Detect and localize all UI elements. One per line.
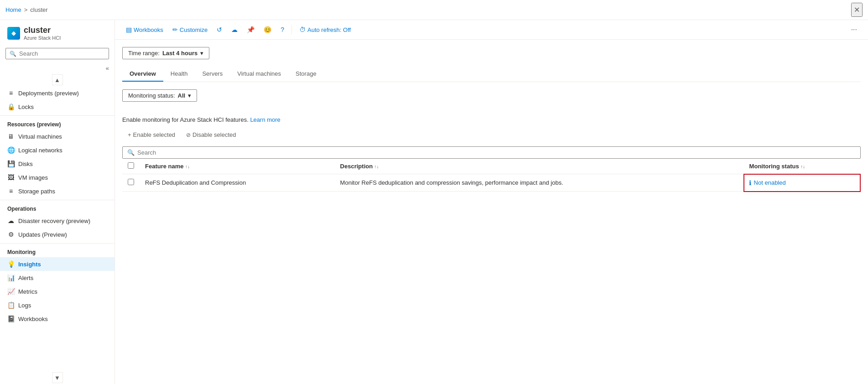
sidebar-item-disks[interactable]: 💾 Disks — [0, 157, 114, 171]
table-search-box: 🔍 — [122, 146, 861, 159]
sidebar-item-logical-networks[interactable]: 🌐 Logical networks — [0, 143, 114, 157]
scroll-up-area: ▲ — [0, 73, 114, 86]
scroll-down-button[interactable]: ▼ — [52, 372, 63, 383]
sidebar-item-label: Deployments (preview) — [18, 90, 79, 97]
select-all-checkbox[interactable] — [128, 162, 134, 169]
sidebar-item-updates[interactable]: ⚙ Updates (Preview) — [0, 228, 114, 241]
tab-storage[interactable]: Storage — [288, 67, 324, 82]
main-layout: ◆ cluster Azure Stack HCI 🔍 « ▲ — [0, 20, 868, 384]
close-button[interactable]: ✕ — [851, 3, 863, 17]
deployments-icon: ≡ — [7, 89, 15, 97]
row-checkbox[interactable] — [128, 179, 134, 185]
sidebar-item-label: Metrics — [18, 288, 37, 295]
tab-overview[interactable]: Overview — [122, 67, 163, 82]
feature-name-sort-icon: ↑↓ — [185, 164, 190, 169]
learn-more-link[interactable]: Learn more — [250, 116, 280, 123]
sidebar-item-label: VM images — [18, 174, 48, 181]
pin-button[interactable]: 📌 — [243, 24, 258, 36]
updates-icon: ⚙ — [7, 231, 15, 238]
feedback-button[interactable]: 😊 — [260, 24, 275, 36]
sidebar-item-alerts[interactable]: 📊 Alerts — [0, 271, 114, 285]
scroll-up-button[interactable]: ▲ — [52, 74, 63, 85]
sidebar-item-storage-paths[interactable]: ≡ Storage paths — [0, 184, 114, 198]
enable-selected-button[interactable]: + Enable selected — [122, 129, 181, 141]
workbooks-icon: 📓 — [7, 315, 15, 322]
sidebar-item-virtual-machines[interactable]: 🖥 Virtual machines — [0, 130, 114, 143]
breadcrumb-home[interactable]: Home — [5, 6, 21, 13]
chevron-down-icon: ▾ — [200, 50, 203, 57]
table-body: ReFS Deduplication and Compression Monit… — [122, 174, 860, 192]
action-bar: + Enable selected ⊘ Disable selected — [122, 129, 861, 141]
sidebar-search-input[interactable] — [19, 50, 105, 57]
sidebar-divider-2 — [0, 200, 114, 200]
sidebar: ◆ cluster Azure Stack HCI 🔍 « ▲ — [0, 20, 115, 384]
toolbar: ▤ Workbooks ✏ Customize ↺ ☁ 📌 😊 ? — [115, 20, 868, 40]
sidebar-item-locks[interactable]: 🔒 Locks — [0, 100, 114, 114]
sidebar-item-label: Updates (Preview) — [18, 231, 67, 238]
sidebar-collapse-button[interactable]: « — [0, 63, 114, 73]
monitoring-status-value: All — [178, 92, 186, 99]
monitoring-status-button[interactable]: Monitoring status: All ▾ — [122, 89, 197, 102]
tab-servers[interactable]: Servers — [195, 67, 230, 82]
sidebar-item-disaster-recovery[interactable]: ☁ Disaster recovery (preview) — [0, 214, 114, 228]
sidebar-item-logs[interactable]: 📋 Logs — [0, 298, 114, 312]
help-icon: ? — [281, 26, 284, 33]
metrics-icon: 📈 — [7, 288, 15, 295]
sidebar-item-insights[interactable]: 💡 Insights — [0, 257, 114, 271]
table-search-icon: 🔍 — [127, 149, 135, 156]
sidebar-item-label: Insights — [18, 261, 41, 268]
operations-section-label: Operations — [0, 202, 114, 214]
row-checkbox-cell — [122, 174, 140, 192]
workbooks-icon: ▤ — [126, 26, 132, 33]
monitoring-section-label: Monitoring — [0, 245, 114, 257]
disable-selected-button[interactable]: ⊘ Disable selected — [181, 129, 241, 141]
tab-health[interactable]: Health — [163, 67, 195, 82]
refresh-icon: ↺ — [217, 26, 222, 33]
feature-name-column-header[interactable]: Feature name ↑↓ — [140, 159, 335, 174]
storage-paths-icon: ≡ — [7, 187, 15, 195]
toolbar-divider — [291, 25, 292, 34]
monitoring-status-column-header[interactable]: Monitoring status ↑↓ — [744, 159, 860, 174]
scroll-down-area: ▼ — [0, 371, 114, 384]
customize-button[interactable]: ✏ Customize — [169, 24, 211, 36]
upload-icon: ☁ — [231, 26, 238, 33]
sidebar-item-deployments[interactable]: ≡ Deployments (preview) — [0, 86, 114, 100]
customize-icon: ✏ — [172, 26, 178, 33]
status-not-enabled: ℹ Not enabled — [749, 179, 855, 187]
sidebar-item-label: Disaster recovery (preview) — [18, 218, 90, 224]
monitoring-filter-row: Monitoring status: All ▾ — [122, 89, 861, 109]
sidebar-item-metrics[interactable]: 📈 Metrics — [0, 285, 114, 298]
disks-icon: 💾 — [7, 160, 15, 167]
time-range-value: Last 4 hours — [162, 50, 198, 57]
resource-title: cluster — [24, 26, 61, 35]
disable-icon: ⊘ — [186, 132, 191, 138]
sidebar-item-label: Workbooks — [18, 316, 48, 322]
disaster-recovery-icon: ☁ — [7, 217, 15, 224]
table-header: Feature name ↑↓ Description ↑↓ Monitorin… — [122, 159, 860, 174]
more-options-button[interactable]: ··· — [847, 24, 861, 36]
virtual-machines-icon: 🖥 — [7, 133, 15, 140]
features-table: Feature name ↑↓ Description ↑↓ Monitorin… — [122, 159, 861, 192]
workbooks-button[interactable]: ▤ Workbooks — [122, 24, 167, 36]
table-search-input[interactable] — [137, 149, 856, 156]
feature-name-cell: ReFS Deduplication and Compression — [140, 174, 335, 192]
sidebar-item-workbooks[interactable]: 📓 Workbooks — [0, 312, 114, 326]
sidebar-item-label: Logs — [18, 302, 31, 309]
description-column-header[interactable]: Description ↑↓ — [335, 159, 744, 174]
info-icon: ℹ — [749, 179, 751, 187]
time-range-button[interactable]: Time range: Last 4 hours ▾ — [122, 47, 209, 59]
help-button[interactable]: ? — [277, 24, 288, 36]
chevron-down-icon: ▾ — [188, 92, 191, 99]
select-all-column — [122, 159, 140, 174]
monitoring-status-label: Monitoring status: — [128, 92, 175, 99]
upload-button[interactable]: ☁ — [228, 24, 241, 36]
sidebar-divider-1 — [0, 115, 114, 116]
resources-section-label: Resources (preview) — [0, 118, 114, 130]
refresh-button[interactable]: ↺ — [213, 24, 226, 36]
sidebar-item-vm-images[interactable]: 🖼 VM images — [0, 171, 114, 184]
logical-networks-icon: 🌐 — [7, 146, 15, 154]
vm-images-icon: 🖼 — [7, 174, 15, 181]
resource-icon: ◆ — [7, 27, 20, 40]
tab-virtual-machines[interactable]: Virtual machines — [230, 67, 288, 82]
auto-refresh-button[interactable]: ⏱ Auto refresh: Off — [296, 24, 354, 36]
